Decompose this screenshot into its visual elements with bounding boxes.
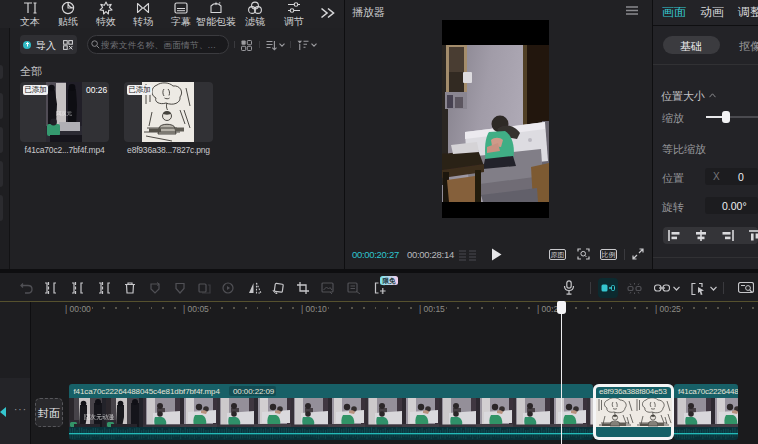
svg-text:囧次元动漫: 囧次元动漫 xyxy=(84,413,114,421)
svg-text:囧次元: 囧次元 xyxy=(56,110,73,117)
